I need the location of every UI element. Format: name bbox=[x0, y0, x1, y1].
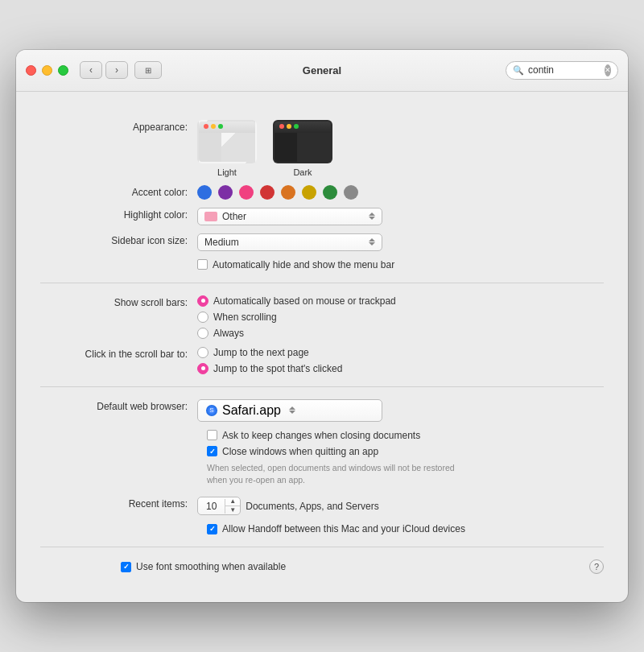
appearance-dark-option[interactable]: Dark bbox=[273, 120, 332, 177]
search-clear-button[interactable]: ✕ bbox=[605, 64, 611, 76]
dark-label: Dark bbox=[293, 167, 312, 177]
dark-dot-green bbox=[294, 124, 299, 129]
light-thumb bbox=[197, 120, 257, 163]
menu-bar-checkbox-label: Automatically hide and show the menu bar bbox=[213, 259, 394, 270]
search-box[interactable]: 🔍 ✕ bbox=[506, 61, 618, 80]
close-docs-section: Ask to keep changes when closing documen… bbox=[207, 430, 604, 485]
search-input[interactable] bbox=[528, 64, 601, 76]
accent-orange[interactable] bbox=[281, 185, 295, 200]
maximize-button[interactable] bbox=[58, 65, 68, 76]
scroll-scrolling-row: When scrolling bbox=[197, 312, 277, 323]
click-next-page-label: Jump to the next page bbox=[213, 347, 309, 358]
chevron-left-icon: ‹ bbox=[89, 64, 93, 76]
font-smoothing-label: Use font smoothing when available bbox=[136, 561, 286, 572]
ask-keep-changes-label: Ask to keep changes when closing documen… bbox=[222, 430, 420, 441]
accent-graphite[interactable] bbox=[344, 185, 358, 200]
close-windows-label: Close windows when quitting an app bbox=[222, 446, 378, 457]
grid-button[interactable]: ⊞ bbox=[134, 61, 162, 79]
dark-dot-red bbox=[279, 124, 284, 129]
scroll-always-radio[interactable] bbox=[197, 328, 208, 339]
highlight-color-dropdown[interactable]: Other bbox=[197, 208, 382, 225]
default-browser-dropdown[interactable]: S Safari.app bbox=[197, 399, 382, 422]
accent-color-label: Accent color: bbox=[40, 185, 197, 198]
scroll-always-row: Always bbox=[197, 328, 244, 339]
dark-thumb bbox=[273, 120, 332, 163]
appearance-label: Appearance: bbox=[40, 120, 197, 133]
scroll-section: Show scroll bars: Automatically based on… bbox=[40, 283, 604, 387]
scroll-scrolling-label: When scrolling bbox=[213, 312, 277, 323]
search-icon: 🔍 bbox=[513, 65, 524, 76]
accent-blue[interactable] bbox=[197, 185, 212, 200]
accent-pink[interactable] bbox=[239, 185, 254, 200]
dark-dot-yellow bbox=[287, 124, 291, 129]
default-browser-label: Default web browser: bbox=[40, 399, 197, 412]
arrow-down-icon bbox=[369, 217, 375, 220]
highlight-color-value: Other bbox=[222, 211, 365, 222]
click-next-page-row: Jump to the next page bbox=[197, 347, 309, 358]
close-windows-row: Close windows when quitting an app bbox=[207, 446, 604, 457]
titlebar: ‹ › ⊞ General 🔍 ✕ bbox=[16, 50, 628, 92]
menu-bar-row: Automatically hide and show the menu bar bbox=[40, 259, 604, 270]
minimize-button[interactable] bbox=[42, 65, 52, 76]
handoff-checkbox[interactable] bbox=[207, 524, 217, 534]
ask-keep-changes-checkbox[interactable] bbox=[207, 430, 217, 440]
click-spot-label: Jump to the spot that's clicked bbox=[213, 363, 342, 374]
scroll-bars-options: Automatically based on mouse or trackpad… bbox=[197, 295, 604, 339]
default-browser-row: Default web browser: S Safari.app bbox=[40, 399, 604, 422]
accent-colors bbox=[197, 185, 358, 200]
click-scroll-options: Jump to the next page Jump to the spot t… bbox=[197, 347, 604, 374]
question-mark-icon: ? bbox=[594, 562, 599, 572]
window-title: General bbox=[303, 64, 341, 76]
default-browser-value: Safari.app bbox=[222, 403, 281, 418]
appearance-row: Appearance: Light bbox=[40, 120, 604, 177]
recent-items-value: 10 bbox=[198, 499, 225, 514]
close-button[interactable] bbox=[26, 65, 36, 76]
menu-bar-checkbox-row: Automatically hide and show the menu bar bbox=[197, 259, 394, 270]
dark-thumb-dots bbox=[279, 124, 299, 129]
click-spot-radio[interactable] bbox=[197, 363, 208, 374]
appearance-section: Appearance: Light bbox=[40, 108, 604, 283]
font-smoothing-checkbox[interactable] bbox=[121, 562, 131, 572]
menu-bar-checkbox[interactable] bbox=[197, 259, 208, 270]
accent-green[interactable] bbox=[323, 185, 337, 200]
font-smoothing-row: Use font smoothing when available ? bbox=[40, 559, 604, 574]
recent-items-row: Recent items: 10 ▲ ▼ Documents, Apps, an… bbox=[40, 497, 604, 515]
click-spot-row: Jump to the spot that's clicked bbox=[197, 363, 342, 374]
highlight-color-row: Highlight color: Other bbox=[40, 208, 604, 225]
handoff-section: Allow Handoff between this Mac and your … bbox=[207, 523, 604, 534]
recent-items-stepper-row: 10 ▲ ▼ Documents, Apps, and Servers bbox=[197, 497, 379, 515]
show-scroll-bars-label: Show scroll bars: bbox=[40, 295, 197, 308]
stepper-up-button[interactable]: ▲ bbox=[225, 497, 240, 506]
arrow-up-icon bbox=[369, 238, 375, 241]
font-smoothing-checkbox-row: Use font smoothing when available bbox=[121, 561, 589, 572]
accent-purple[interactable] bbox=[218, 185, 233, 200]
highlight-arrows bbox=[369, 213, 375, 220]
forward-button[interactable]: › bbox=[105, 61, 128, 79]
arrow-down-icon bbox=[289, 411, 295, 414]
light-label: Light bbox=[217, 167, 237, 177]
font-smoothing-section: Use font smoothing when available ? bbox=[40, 547, 604, 586]
accent-yellow[interactable] bbox=[302, 185, 316, 200]
arrow-up-icon bbox=[369, 213, 375, 216]
recent-items-label: Recent items: bbox=[40, 497, 197, 510]
content: Appearance: Light bbox=[16, 92, 628, 602]
scroll-scrolling-radio[interactable] bbox=[197, 312, 208, 323]
close-windows-checkbox[interactable] bbox=[207, 446, 217, 456]
stepper-down-button[interactable]: ▼ bbox=[225, 506, 240, 514]
scroll-auto-radio[interactable] bbox=[197, 295, 208, 307]
show-scroll-bars-row: Show scroll bars: Automatically based on… bbox=[40, 295, 604, 339]
browser-arrows bbox=[289, 406, 295, 414]
handoff-row: Allow Handoff between this Mac and your … bbox=[207, 523, 604, 534]
sidebar-icon-size-dropdown[interactable]: Medium bbox=[197, 233, 382, 251]
chevron-right-icon: › bbox=[115, 64, 118, 76]
sidebar-size-arrows bbox=[369, 238, 375, 246]
click-next-page-radio[interactable] bbox=[197, 347, 208, 358]
help-button[interactable]: ? bbox=[589, 559, 604, 574]
back-button[interactable]: ‹ bbox=[80, 61, 102, 79]
browser-section: Default web browser: S Safari.app Ask to… bbox=[40, 387, 604, 547]
appearance-light-option[interactable]: Light bbox=[197, 120, 257, 177]
accent-red[interactable] bbox=[260, 185, 275, 200]
recent-items-stepper[interactable]: 10 ▲ ▼ bbox=[197, 497, 241, 515]
highlight-color-label: Highlight color: bbox=[40, 208, 197, 221]
sidebar-icon-size-label: Sidebar icon size: bbox=[40, 233, 197, 246]
